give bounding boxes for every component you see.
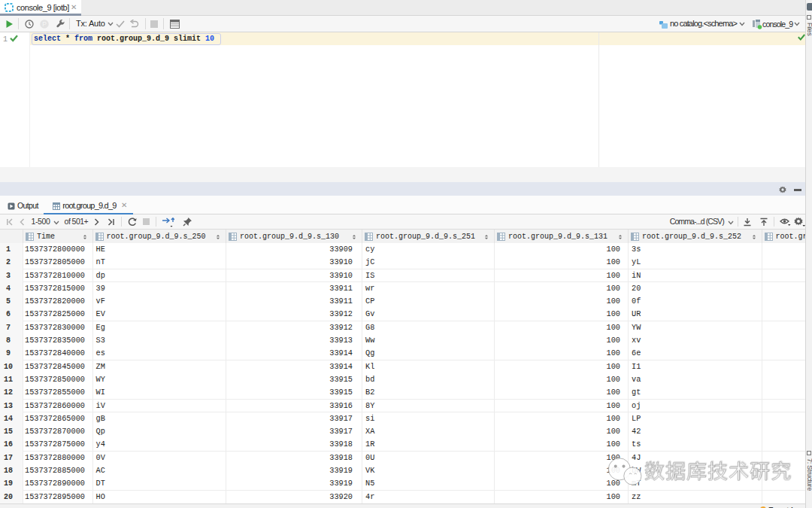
svg-text:P: P: [42, 20, 47, 28]
